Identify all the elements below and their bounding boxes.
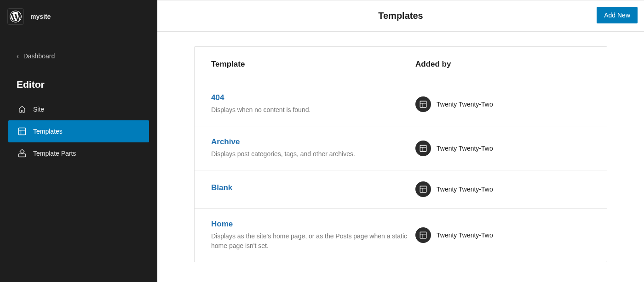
table-row: 404 Displays when no content is found. T… [195, 82, 607, 126]
theme-name: Twenty Twenty-Two [437, 145, 493, 152]
template-description: Displays post categories, tags, and othe… [211, 149, 414, 159]
editor-section-title: Editor [0, 66, 157, 98]
sidebar-item-template-parts[interactable]: Template Parts [8, 142, 149, 164]
table-header: Template Added by [195, 47, 607, 82]
svg-rect-6 [420, 101, 426, 107]
template-title-link[interactable]: 404 [211, 93, 415, 102]
column-header-added-by: Added by [415, 60, 590, 69]
svg-rect-5 [19, 154, 26, 157]
svg-rect-12 [420, 186, 426, 192]
templates-table: Template Added by 404 Displays when no c… [194, 46, 607, 262]
template-title-link[interactable]: Home [211, 220, 415, 229]
site-name: mysite [30, 13, 51, 20]
theme-icon [415, 141, 431, 156]
template-description: Displays as the site's home page, or as … [211, 231, 414, 251]
svg-rect-9 [420, 145, 426, 152]
sidebar-item-label: Site [33, 106, 44, 113]
added-by-cell: Twenty Twenty-Two [415, 141, 590, 156]
added-by-cell: Twenty Twenty-Two [415, 227, 590, 243]
template-description: Displays when no content is found. [211, 105, 414, 115]
svg-rect-1 [19, 128, 26, 135]
template-title-link[interactable]: Archive [211, 137, 415, 147]
added-by-cell: Twenty Twenty-Two [415, 96, 590, 112]
sidebar: mysite ‹ Dashboard Editor Site Templates… [0, 0, 157, 282]
template-info: Archive Displays post categories, tags, … [211, 137, 415, 159]
template-info: Blank [211, 183, 415, 195]
template-info: Home Displays as the site's home page, o… [211, 220, 415, 251]
theme-name: Twenty Twenty-Two [437, 101, 493, 108]
template-parts-icon [17, 149, 27, 158]
template-info: 404 Displays when no content is found. [211, 93, 415, 115]
theme-name: Twenty Twenty-Two [437, 231, 493, 239]
sidebar-header: mysite [0, 0, 157, 33]
add-new-button[interactable]: Add New [597, 7, 638, 23]
wordpress-logo-icon[interactable] [7, 8, 24, 25]
theme-icon [415, 96, 431, 112]
chevron-left-icon: ‹ [17, 52, 19, 60]
theme-icon [415, 227, 431, 243]
added-by-cell: Twenty Twenty-Two [415, 181, 590, 197]
home-icon [17, 105, 27, 114]
layout-icon [17, 127, 27, 136]
back-to-dashboard-link[interactable]: ‹ Dashboard [0, 46, 157, 66]
topbar: Templates Add New [157, 0, 644, 32]
table-row: Blank Twenty Twenty-Two [195, 170, 607, 209]
sidebar-item-label: Template Parts [33, 150, 76, 157]
svg-rect-15 [420, 232, 426, 238]
table-row: Home Displays as the site's home page, o… [195, 209, 607, 262]
sidebar-item-site[interactable]: Site [8, 98, 149, 120]
template-title-link[interactable]: Blank [211, 183, 415, 192]
svg-rect-4 [20, 149, 24, 153]
sidebar-item-templates[interactable]: Templates [8, 120, 149, 142]
page-title: Templates [378, 11, 423, 21]
table-row: Archive Displays post categories, tags, … [195, 126, 607, 170]
column-header-template: Template [211, 60, 415, 69]
theme-name: Twenty Twenty-Two [437, 186, 493, 193]
theme-icon [415, 181, 431, 197]
content-area: Template Added by 404 Displays when no c… [157, 32, 644, 277]
main-content: Templates Add New Template Added by 404 … [157, 0, 644, 282]
back-label: Dashboard [23, 52, 55, 60]
sidebar-item-label: Templates [33, 128, 63, 135]
